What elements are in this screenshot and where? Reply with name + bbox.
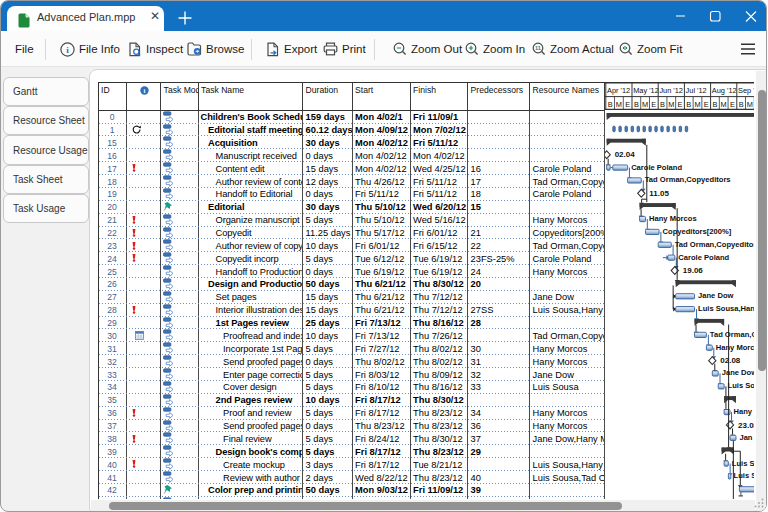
svg-text:B: B bbox=[608, 100, 613, 109]
svg-text:Copyeditors[200%]: Copyeditors[200%] bbox=[663, 227, 732, 236]
svg-text:Jan: Jan bbox=[740, 433, 753, 442]
svg-text:23.08: 23.08 bbox=[738, 421, 754, 430]
svg-text:19.06: 19.06 bbox=[683, 266, 704, 275]
svg-text:M: M bbox=[642, 100, 648, 109]
svg-text:Aug '12: Aug '12 bbox=[712, 86, 737, 95]
svg-text:B: B bbox=[739, 100, 744, 109]
svg-text:Luis Sousa,Hany M: Luis Sousa,Hany M bbox=[698, 304, 754, 313]
svg-text:Tad Orman,C: Tad Orman,C bbox=[710, 330, 754, 339]
svg-text:Tad Orman,Copyeditors: Tad Orman,Copyeditors bbox=[645, 175, 731, 184]
svg-text:E: E bbox=[678, 100, 683, 109]
svg-text:Sep '1: Sep '1 bbox=[738, 86, 754, 95]
svg-text:May '12: May '12 bbox=[633, 86, 659, 95]
svg-text:11: 11 bbox=[535, 45, 541, 51]
svg-text:B: B bbox=[713, 100, 718, 109]
svg-text:i: i bbox=[66, 45, 69, 55]
svg-text:Luis S: Luis S bbox=[734, 471, 755, 480]
svg-text:B: B bbox=[660, 100, 665, 109]
svg-text:Carole Poland: Carole Poland bbox=[631, 163, 682, 172]
svg-text:Jane Dow: Jane Dow bbox=[722, 368, 755, 377]
svg-text:Luis Sou: Luis Sou bbox=[728, 381, 755, 390]
svg-text:Jul '12: Jul '12 bbox=[686, 86, 707, 95]
svg-text:Tad Orman,Copyeditor: Tad Orman,Copyeditor bbox=[675, 240, 754, 249]
svg-text:M: M bbox=[721, 100, 727, 109]
svg-text:B: B bbox=[686, 100, 691, 109]
svg-text:Apr '12: Apr '12 bbox=[607, 86, 630, 95]
svg-text:M: M bbox=[747, 100, 753, 109]
svg-text:Hany Morcos: Hany Morcos bbox=[649, 214, 697, 223]
svg-text:Hany: Hany bbox=[734, 407, 753, 416]
svg-text:02.04: 02.04 bbox=[615, 150, 636, 159]
svg-text:E: E bbox=[704, 100, 709, 109]
svg-text:02.08: 02.08 bbox=[720, 356, 741, 365]
svg-text:Jane Dow: Jane Dow bbox=[698, 291, 733, 300]
svg-text:E: E bbox=[625, 100, 630, 109]
svg-text:M: M bbox=[616, 100, 622, 109]
svg-text:M: M bbox=[668, 100, 674, 109]
svg-text:E: E bbox=[730, 100, 735, 109]
svg-text:Luis S: Luis S bbox=[732, 459, 754, 468]
svg-text:11.05: 11.05 bbox=[649, 189, 669, 198]
svg-text:Jun '12: Jun '12 bbox=[660, 86, 684, 95]
svg-text:E: E bbox=[652, 100, 657, 109]
svg-text:Carole Poland: Carole Poland bbox=[678, 253, 729, 262]
svg-text:Hany Morco: Hany Morco bbox=[716, 343, 755, 352]
svg-text:M: M bbox=[695, 100, 701, 109]
svg-text:B: B bbox=[634, 100, 639, 109]
svg-text:i: i bbox=[143, 87, 145, 94]
